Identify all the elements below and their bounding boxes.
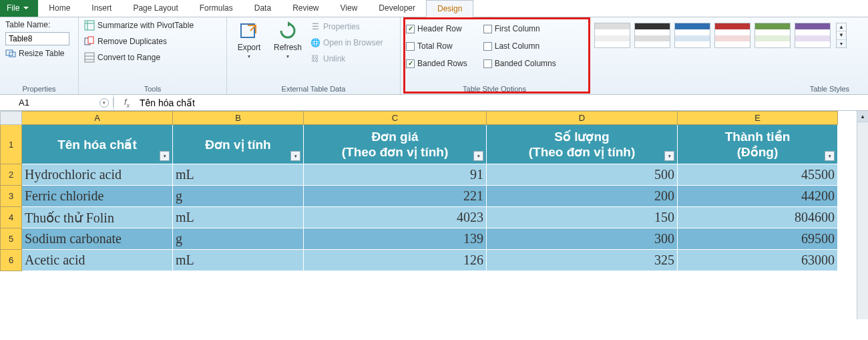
row-header[interactable]: 3 xyxy=(1,186,22,207)
ribbon: Table Name: Resize Table Properties Summ… xyxy=(0,17,868,95)
cell[interactable]: Ferric chloride xyxy=(22,186,173,207)
table-header-cell[interactable]: Đơn giá (Theo đơn vị tính)▾ xyxy=(304,125,487,164)
chk-first-column[interactable]: First Column xyxy=(483,24,556,33)
summarize-pivot-button[interactable]: Summarize with PivotTable xyxy=(84,20,194,31)
cell[interactable]: 63000 xyxy=(678,250,838,271)
refresh-button[interactable]: Refresh▾ xyxy=(271,20,304,59)
cell[interactable]: 221 xyxy=(304,186,487,207)
cell[interactable]: Sodium carbonate xyxy=(22,228,173,250)
row-header[interactable]: 4 xyxy=(1,207,22,228)
cell[interactable]: 91 xyxy=(304,164,487,186)
chk-banded-rows[interactable]: Banded Rows xyxy=(406,59,467,68)
cell[interactable]: 4023 xyxy=(304,207,487,228)
formula-input[interactable] xyxy=(137,98,868,108)
pivot-table-icon xyxy=(84,20,95,31)
tab-file-label: File xyxy=(7,3,19,13)
convert-range-button[interactable]: Convert to Range xyxy=(84,52,194,63)
table-header-cell[interactable]: Thành tiền (Đồng)▾ xyxy=(678,125,838,164)
cell[interactable]: 126 xyxy=(304,250,487,271)
table-header-cell[interactable]: Số lượng (Theo đơn vị tính)▾ xyxy=(487,125,678,164)
export-button[interactable]: Export▾ xyxy=(232,20,266,59)
row-header[interactable]: 2 xyxy=(1,164,22,186)
tab-review[interactable]: Review xyxy=(282,0,329,17)
table-header-cell[interactable]: Đơn vị tính▾ xyxy=(173,125,304,164)
group-external: Export▾ Refresh▾ ☰ Properties 🌐 Open in … xyxy=(227,17,401,94)
style-swatch[interactable] xyxy=(714,23,750,48)
ribbon-tabs: File Home Insert Page Layout Formulas Da… xyxy=(0,0,868,17)
tab-insert[interactable]: Insert xyxy=(81,0,122,17)
ext-properties-button: ☰ Properties xyxy=(310,21,383,32)
cell[interactable]: 500 xyxy=(487,164,678,186)
checkbox-icon xyxy=(406,42,415,51)
row-header[interactable]: 5 xyxy=(1,228,22,250)
table-header-cell[interactable]: Tên hóa chất▾ xyxy=(22,125,173,164)
chk-total-row[interactable]: Total Row xyxy=(406,41,467,51)
cell[interactable]: 300 xyxy=(487,228,678,250)
scroll-up-button[interactable]: ▲ xyxy=(857,111,868,122)
cell[interactable]: mL xyxy=(173,164,304,186)
col-header-E[interactable]: E xyxy=(678,112,838,125)
group-properties: Table Name: Resize Table Properties xyxy=(0,17,79,94)
col-header-D[interactable]: D xyxy=(487,112,678,125)
style-swatch[interactable] xyxy=(674,23,710,48)
tab-home[interactable]: Home xyxy=(38,0,81,17)
cell[interactable]: mL xyxy=(173,250,304,271)
col-header-A[interactable]: A xyxy=(22,112,173,125)
cell[interactable]: mL xyxy=(173,207,304,228)
style-swatch[interactable] xyxy=(594,23,630,48)
cell[interactable]: 45500 xyxy=(678,164,838,186)
gallery-more-button[interactable]: ▾ xyxy=(837,40,846,47)
name-box-dropdown[interactable]: ▾ xyxy=(99,98,109,108)
style-swatch[interactable] xyxy=(754,23,791,48)
filter-button[interactable]: ▾ xyxy=(290,151,300,161)
table-name-input[interactable] xyxy=(5,32,69,45)
row-header[interactable]: 6 xyxy=(1,250,22,271)
filter-button[interactable]: ▾ xyxy=(473,151,483,161)
filter-button[interactable]: ▾ xyxy=(664,151,674,161)
cell[interactable]: Hydrochloric acid xyxy=(22,164,173,186)
name-box[interactable]: ▾ xyxy=(0,98,114,108)
cell[interactable]: g xyxy=(173,228,304,250)
style-swatch[interactable] xyxy=(795,23,831,48)
tab-design[interactable]: Design xyxy=(426,0,473,17)
cell[interactable]: 200 xyxy=(487,186,678,207)
filter-button[interactable]: ▾ xyxy=(825,151,835,161)
tab-formulas[interactable]: Formulas xyxy=(189,0,244,17)
sheet-grid[interactable]: A B C D E 1 Tên hóa chất▾ Đơn vị tính▾ Đ… xyxy=(0,111,838,271)
gallery-down-button[interactable]: ▼ xyxy=(837,31,846,39)
cell[interactable]: 804600 xyxy=(678,207,838,228)
cell[interactable]: 44200 xyxy=(678,186,838,207)
resize-table-button[interactable]: Resize Table xyxy=(5,48,69,59)
cell[interactable]: Acetic acid xyxy=(22,250,173,271)
filter-button[interactable]: ▾ xyxy=(160,151,170,161)
col-header-C[interactable]: C xyxy=(304,112,487,125)
svg-rect-2 xyxy=(85,21,94,30)
vertical-scrollbar[interactable]: ▲ xyxy=(857,111,868,319)
tab-file[interactable]: File xyxy=(0,0,38,17)
cell[interactable]: g xyxy=(173,186,304,207)
select-all-corner[interactable] xyxy=(1,112,22,125)
cell[interactable]: 69500 xyxy=(678,228,838,250)
cell[interactable]: Thuốc thử Folin xyxy=(22,207,173,228)
name-box-input[interactable] xyxy=(4,98,44,108)
col-header-B[interactable]: B xyxy=(173,112,304,125)
tab-data[interactable]: Data xyxy=(244,0,282,17)
gallery-up-button[interactable]: ▲ xyxy=(837,23,846,31)
cell[interactable]: 325 xyxy=(487,250,678,271)
style-swatch[interactable] xyxy=(634,23,670,48)
remove-duplicates-icon xyxy=(84,36,95,47)
tab-developer[interactable]: Developer xyxy=(368,0,426,17)
open-browser-button: 🌐 Open in Browser xyxy=(310,37,383,48)
group-title-properties: Properties xyxy=(5,83,73,93)
chevron-down-icon: ▾ xyxy=(286,53,289,59)
remove-duplicates-button[interactable]: Remove Duplicates xyxy=(84,36,194,47)
cell[interactable]: 150 xyxy=(487,207,678,228)
row-header-1[interactable]: 1 xyxy=(1,125,22,164)
chk-last-column[interactable]: Last Column xyxy=(483,41,556,51)
tab-page-layout[interactable]: Page Layout xyxy=(122,0,188,17)
cell[interactable]: 139 xyxy=(304,228,487,250)
fx-icon[interactable]: fx xyxy=(117,97,137,109)
tab-view[interactable]: View xyxy=(330,0,369,17)
chk-banded-columns[interactable]: Banded Columns xyxy=(483,59,556,68)
chk-header-row[interactable]: Header Row xyxy=(406,24,467,33)
